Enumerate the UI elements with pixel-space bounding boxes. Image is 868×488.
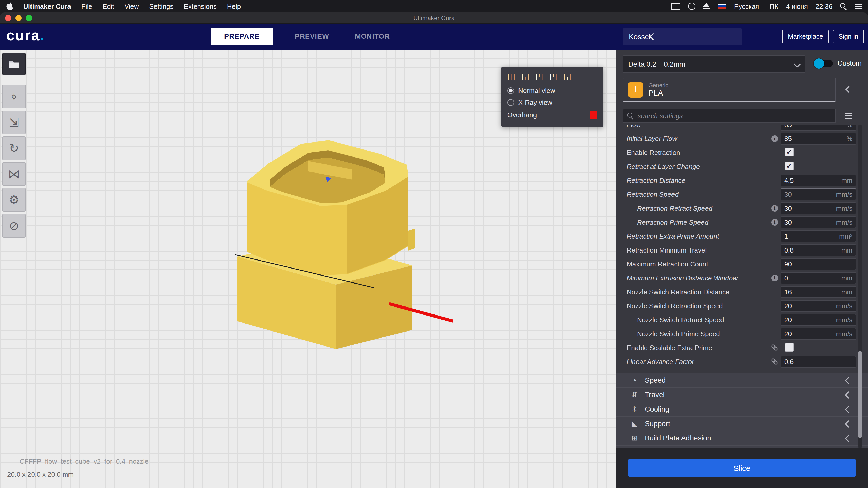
printer-selector[interactable]: Kossel (623, 28, 742, 45)
camera-presets: ◫◱◰◳◲ (507, 72, 597, 81)
tab-prepare[interactable]: PREPARE (211, 28, 273, 45)
checkbox-checked[interactable]: ✓ (785, 148, 794, 157)
setting-value-field[interactable]: 20mm/s (781, 314, 856, 326)
apple-menu-icon[interactable] (6, 2, 13, 10)
minimize-window-button[interactable] (16, 15, 22, 21)
setting-value-field[interactable]: 0.6 (781, 356, 856, 368)
category-build-plate-adhesion[interactable]: ⊞Build Plate Adhesion (616, 431, 868, 445)
setting-value-field[interactable]: 20mm/s (781, 300, 856, 312)
setting-unit: mm (841, 288, 852, 296)
marketplace-button[interactable]: Marketplace (782, 30, 829, 43)
custom-label: Custom (838, 59, 862, 67)
menu-time[interactable]: 22:36 (815, 2, 832, 10)
category-cooling[interactable]: ✳Cooling (616, 402, 868, 416)
printer-name: Kossel (629, 33, 650, 41)
eject-icon[interactable] (703, 3, 710, 9)
status-circle-icon[interactable] (688, 3, 695, 10)
info-icon[interactable]: i (771, 219, 778, 226)
setting-value-field[interactable]: 4.5mm (781, 174, 856, 187)
link-icon (771, 344, 778, 351)
mirror-tool-button[interactable]: ⋈ (2, 162, 26, 186)
zoom-window-button[interactable] (26, 15, 32, 21)
setting-value-field[interactable]: 90 (781, 258, 856, 270)
setting-value: 0 (784, 274, 788, 282)
info-icon[interactable]: i (771, 135, 778, 142)
search-placeholder: search settings (638, 112, 683, 120)
search-settings-input[interactable]: search settings (623, 109, 836, 123)
setting-unit: mm (841, 274, 852, 282)
display-mirroring-icon[interactable] (671, 3, 680, 9)
support-icon: ◣ (630, 417, 639, 431)
menu-view[interactable]: View (125, 2, 139, 10)
input-source-label[interactable]: Русская — ПК (734, 2, 778, 10)
russian-flag-icon[interactable] (718, 3, 726, 9)
setting-value-field[interactable]: 0mm (781, 272, 856, 284)
checkbox-checked[interactable]: ✓ (785, 162, 794, 170)
setting-value-field[interactable]: 85% (781, 133, 856, 144)
tab-preview[interactable]: PREVIEW (291, 28, 333, 45)
sign-in-button[interactable]: Sign in (833, 30, 864, 43)
setting-value-field[interactable]: 30mm/s (781, 189, 856, 200)
menu-app-name[interactable]: Ultimaker Cura (23, 2, 71, 10)
menu-settings[interactable]: Settings (149, 2, 174, 10)
setting-value-field[interactable]: 1mm³ (781, 230, 856, 242)
menu-bar-menus: FileEditViewSettingsExtensionsHelp (82, 2, 241, 10)
menu-help[interactable]: Help (227, 2, 241, 10)
setting-label: Minimum Extrusion Distance Window (627, 274, 738, 282)
menu-edit[interactable]: Edit (102, 2, 114, 10)
setting-row: Maximum Retraction Count90 (616, 257, 868, 271)
setting-value: 85 (784, 135, 792, 142)
open-file-button[interactable] (2, 53, 26, 75)
menu-file[interactable]: File (82, 2, 92, 10)
setting-value-field[interactable]: 30mm/s (781, 216, 856, 228)
setting-value: 20 (784, 302, 792, 310)
setting-value-field[interactable]: 0.8mm (781, 244, 856, 256)
close-window-button[interactable] (5, 15, 11, 21)
setting-value-field[interactable]: 16mm (781, 286, 856, 298)
material-selector[interactable]: ! Generic PLA (623, 78, 836, 102)
setting-value: 90 (784, 260, 792, 268)
control-center-icon[interactable] (855, 6, 862, 7)
camera-preset-front-view-icon[interactable]: ◱ (521, 72, 529, 81)
camera-preset-3d-view-icon[interactable]: ◫ (507, 72, 515, 81)
category-travel[interactable]: ⇵Travel (616, 387, 868, 402)
scrollbar-thumb[interactable] (858, 351, 862, 438)
setting-label: Retract at Layer Change (627, 163, 700, 170)
custom-toggle[interactable] (814, 60, 833, 67)
print-settings-panel: Delta 0.2 – 0.2mm Custom ! Generic PLA s… (616, 50, 868, 488)
rotate-tool-button[interactable]: ↻ (2, 136, 26, 160)
panel-collapse-chevron-icon[interactable] (845, 86, 852, 93)
setting-value: 0.8 (784, 246, 794, 254)
setting-unit: mm/s (836, 204, 852, 212)
setting-value-field[interactable]: 20mm/s (781, 328, 856, 340)
per-model-settings-tool-button[interactable]: ⚙ (2, 188, 26, 212)
overhang-color-swatch[interactable] (590, 111, 597, 119)
settings-scrollbar[interactable] (858, 125, 862, 448)
setting-value-field[interactable]: 85% (781, 125, 856, 131)
camera-preset-right-view-icon[interactable]: ◲ (563, 72, 571, 81)
move-tool-button[interactable]: ⌖ (2, 85, 26, 108)
radio-normal-view[interactable] (507, 87, 514, 94)
scale-tool-button[interactable]: ⇲ (2, 110, 26, 134)
support-blocker-tool-button[interactable]: ⊘ (2, 214, 26, 237)
spotlight-search-icon[interactable] (840, 3, 847, 9)
menu-extensions[interactable]: Extensions (184, 2, 217, 10)
slice-button[interactable]: Slice (628, 459, 856, 477)
info-icon[interactable]: i (771, 205, 778, 212)
tab-monitor[interactable]: MONITOR (351, 28, 394, 45)
profile-dropdown[interactable]: Delta 0.2 – 0.2mm (623, 55, 805, 73)
radio-x-ray-view[interactable] (507, 99, 514, 106)
category-speed[interactable]: ◔Speed (616, 373, 868, 387)
settings-menu-icon[interactable] (845, 115, 852, 116)
checkbox-unchecked[interactable] (785, 343, 794, 352)
camera-preset-left-view-icon[interactable]: ◳ (550, 72, 557, 81)
search-icon (627, 112, 634, 119)
menu-date[interactable]: 4 июня (786, 2, 808, 10)
camera-preset-top-view-icon[interactable]: ◰ (535, 72, 543, 81)
setting-value-field[interactable]: 30mm/s (781, 202, 856, 214)
category-support[interactable]: ◣Support (616, 416, 868, 431)
clipped-setting-row: Flow85% (616, 125, 868, 132)
setting-label: Linear Advance Factor (627, 358, 694, 366)
info-icon[interactable]: i (771, 275, 778, 282)
setting-row: Retraction Extra Prime Amount1mm³ (616, 229, 868, 243)
